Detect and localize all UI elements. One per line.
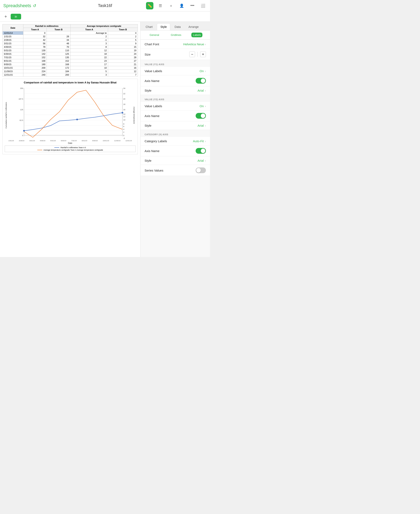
y2-value-labels-value[interactable]: On › — [200, 104, 206, 108]
chart-legend: Rainfall in millimetres Town A 0 Average… — [5, 146, 135, 152]
chart-area: Cumulative rainfall in millimeters — [5, 86, 135, 144]
svg-text:16: 16 — [123, 109, 125, 111]
sub-tab-labels[interactable]: Labels — [191, 33, 202, 37]
tab-arrange[interactable]: Arrange — [185, 23, 202, 30]
y2-style-value[interactable]: Arial › — [197, 124, 206, 127]
tab-style[interactable]: Style — [157, 23, 170, 30]
y1-axis-name-toggle[interactable] — [196, 78, 206, 84]
chat-icon[interactable]: ☰ — [157, 2, 164, 9]
table-cell: Average te — [70, 31, 108, 35]
legend-line-rainfall — [54, 147, 59, 148]
x-style-value[interactable]: Arial › — [197, 159, 206, 162]
legend-item-temp: Average temperature centigrade Town A Av… — [37, 149, 103, 151]
app-name: Spreadsheets — [3, 3, 31, 8]
left-panel: Date Rainfall in millimetres Average tem… — [0, 22, 140, 257]
table-row: 10/31/152001721016 — [3, 66, 138, 70]
font-name: Helvetica Neue — [183, 42, 204, 46]
x-axis-name-row: Axis Name — [141, 146, 210, 156]
user-icon[interactable]: 👤 — [178, 2, 185, 9]
svg-text:10: 10 — [123, 119, 125, 121]
y1-value-labels-text: On — [200, 69, 204, 73]
y-axis-right-label: Average temperature — [133, 86, 135, 144]
more-icon[interactable]: ••• — [189, 2, 196, 9]
table-cell: 48 — [47, 42, 70, 45]
sub-tab-gridlines[interactable]: Gridlines — [169, 33, 183, 37]
series-values-row: Series Values — [141, 165, 210, 176]
add-sheet-button[interactable]: + — [2, 13, 9, 20]
y2-value-labels-label: Value Labels — [145, 104, 162, 108]
x-category-labels-value[interactable]: Auto-Fit › — [193, 139, 206, 143]
sub-tab-general[interactable]: General — [148, 33, 161, 37]
table-cell: 12 — [70, 49, 108, 52]
table-row: 9/30/151801681721 — [3, 63, 138, 66]
table-cell: 168 — [47, 63, 70, 66]
table-row: 3/31/15564839 — [3, 42, 138, 45]
settings-panel: Chart Font Helvetica Neue › Size − + VAL… — [141, 40, 210, 257]
table-cell — [47, 31, 70, 35]
table-cell: 142 — [23, 52, 47, 56]
chart-svg: 250 187.5 125 62.5 0 24 22 20 18 16 14 1… — [8, 86, 132, 139]
series-values-label: Series Values — [145, 169, 163, 172]
y2-style-row: Style Arial › — [141, 121, 210, 130]
col-temp: Average temperature centigrade — [70, 24, 138, 28]
y2-axis-name-toggle[interactable] — [196, 113, 206, 119]
table-cell: 5/31/15 — [3, 49, 23, 52]
tab-chart[interactable]: Chart — [142, 23, 156, 30]
table-cell: 12/31/14 — [3, 31, 23, 35]
add-icon[interactable]: ＋ — [167, 2, 175, 9]
table-cell: 180 — [23, 63, 47, 66]
x-axis-title: Date — [8, 142, 132, 144]
chart-font-label: Chart Font — [145, 42, 159, 46]
size-minus-button[interactable]: − — [189, 51, 195, 57]
draw-icon[interactable]: ✏️ — [146, 2, 153, 9]
x-style-label: Style — [145, 159, 151, 162]
chart-font-value[interactable]: Helvetica Neue › — [183, 42, 206, 46]
size-plus-button[interactable]: + — [200, 51, 206, 57]
table-cell: 24 — [108, 52, 138, 56]
tab-data[interactable]: Data — [171, 23, 184, 30]
y2-value-labels-chevron: › — [205, 104, 206, 108]
table-cell: 56 — [23, 42, 47, 45]
table-cell: 10/31/15 — [3, 66, 23, 70]
table-cell: 2 — [70, 35, 108, 38]
table-row: 5/31/151301101219 — [3, 49, 138, 52]
x-axis-name-toggle[interactable] — [196, 148, 206, 154]
table-cell: 3 — [70, 42, 108, 45]
x-axis-labels: 1/31/152/28/153/31/154/30/15 5/31/156/30… — [8, 140, 132, 142]
table-cell: 240 — [23, 73, 47, 77]
undo-icon[interactable]: ↺ — [33, 3, 36, 8]
svg-text:4: 4 — [123, 128, 124, 130]
table-row: 7/31/151521352228 — [3, 56, 138, 59]
app-title: Spreadsheets ↺ — [3, 3, 36, 8]
y1-value-labels-row: Value Labels On › — [141, 67, 210, 75]
table-cell: -1 — [70, 38, 108, 42]
table-cell: 70 — [47, 45, 70, 49]
y1-value-labels-value[interactable]: On › — [200, 69, 206, 73]
table-cell: 135 — [47, 56, 70, 59]
col-town-a-rain: Town A — [23, 28, 47, 31]
table-cell: 5 — [70, 70, 108, 73]
y1-style-text: Arial — [197, 89, 204, 92]
chart-title: Comparison of rainfall and temperature i… — [5, 81, 135, 84]
table-cell: 0 — [23, 31, 47, 35]
table-cell: 4 — [108, 31, 138, 35]
chart-inner: 250 187.5 125 62.5 0 24 22 20 18 16 14 1… — [8, 86, 132, 144]
table-cell: 9/30/15 — [3, 63, 23, 66]
sub-tab-bar: General Gridlines Labels — [141, 30, 210, 40]
table-cell: 17 — [70, 63, 108, 66]
series-values-toggle[interactable] — [196, 168, 206, 173]
sheet-tab-in[interactable]: in — [11, 14, 21, 20]
main-area: Date Rainfall in millimetres Average tem… — [0, 22, 210, 257]
svg-text:14: 14 — [123, 113, 125, 115]
share-icon[interactable]: ⬜ — [199, 2, 207, 9]
table-cell: 27 — [108, 59, 138, 63]
y1-style-value[interactable]: Arial › — [197, 89, 206, 92]
tab-bar: Chart Style Data Arrange — [141, 22, 210, 30]
table-cell: 1/31/15 — [3, 35, 23, 38]
y2-axis-title: VALUE (Y2) AXIS — [141, 95, 210, 102]
table-cell: 9 — [108, 42, 138, 45]
x-category-labels-label: Category Labels — [145, 139, 167, 143]
table-cell: 5 — [108, 38, 138, 42]
table-cell: 152 — [47, 59, 70, 63]
table-row: 12/31/140Average te4 — [3, 31, 138, 35]
